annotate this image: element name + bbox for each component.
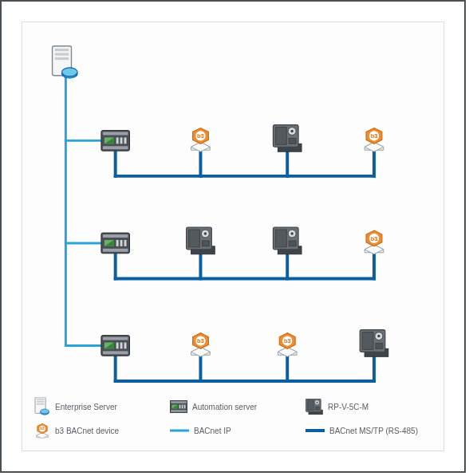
b3-device-icon (365, 128, 384, 152)
legend-label: BACnet IP (194, 427, 231, 435)
b3-device-icon (191, 333, 211, 357)
legend-bacnet-ip: BACnet IP (170, 427, 305, 435)
legend-label: RP-V-5C-M (328, 403, 368, 411)
network-diagram: b3 (22, 22, 443, 450)
diagram-frame: b3 Enterprise Server Automation server R… (0, 0, 466, 473)
legend-bacnet-mstp: BACnet MS/TP (RS-485) (305, 427, 418, 435)
automation-server-icon (101, 336, 130, 356)
rp-v5c-m-icon (187, 227, 215, 254)
legend-rp-v5c-m: RP-V-5C-M (305, 399, 368, 415)
legend: Enterprise Server Automation server RP-V… (34, 395, 432, 443)
legend-automation-server: Automation server (170, 400, 305, 413)
legend-label: b3 BACnet device (55, 427, 119, 435)
b3-device-icon (278, 333, 297, 357)
rp-v5c-m-icon (273, 227, 302, 254)
rp-v5c-m-icon (360, 330, 388, 357)
rp-v5c-m-icon (273, 125, 302, 152)
diagram-canvas: b3 Enterprise Server Automation server R… (22, 22, 444, 451)
b3-device-icon (191, 128, 211, 152)
legend-label: Enterprise Server (55, 403, 117, 411)
legend-label: Automation server (192, 403, 257, 411)
legend-b3-device: b3 BACnet device (34, 423, 170, 439)
b3-device-icon (365, 230, 384, 254)
enterprise-server-icon (53, 46, 78, 78)
legend-enterprise-server: Enterprise Server (34, 397, 170, 416)
automation-server-icon (101, 233, 130, 254)
legend-label: BACnet MS/TP (RS-485) (329, 427, 418, 435)
automation-server-icon (101, 131, 130, 151)
